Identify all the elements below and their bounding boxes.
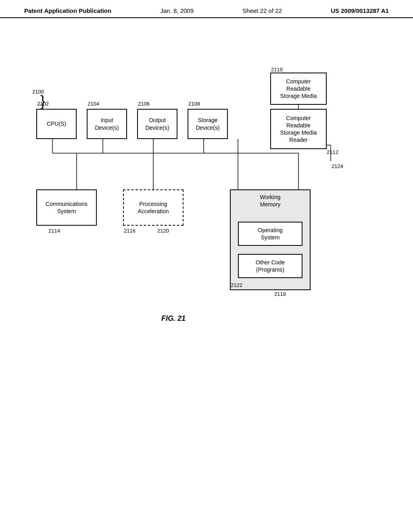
header-date: Jan. 8, 2009 [160, 7, 194, 14]
ref-2120: 2120 [157, 228, 169, 234]
ref-2122: 2122 [231, 282, 242, 288]
ref-2106: 2106 [138, 101, 150, 107]
proc-accel-label: ProcessingAcceleration [138, 200, 169, 215]
os-box: OperatingSystem [238, 222, 302, 246]
input-box: InputDevice(s) [87, 109, 127, 139]
ref-2104: 2104 [88, 101, 99, 107]
header-sheet: Sheet 22 of 22 [242, 7, 282, 14]
ref-2110: 2110 [271, 66, 283, 73]
cpu-label: CPU(S) [47, 120, 66, 127]
input-label: InputDevice(s) [95, 116, 119, 131]
ref-2108: 2108 [188, 101, 200, 107]
crsm-box: ComputerReadableStorage Media [270, 73, 327, 105]
diagram-area: 2100 } CPU(S) 2102 ⌒ InputDevice(s) 2104… [24, 64, 387, 387]
ref-2118: 2118 [274, 291, 286, 297]
proc-accel-box: ProcessingAcceleration [123, 189, 184, 226]
header-patent: US 2009/0013287 A1 [331, 7, 389, 14]
storage-box: StorageDevice(s) [188, 109, 228, 139]
brace-2102: ⌒ [38, 104, 42, 109]
header-left: Patent Application Publication [24, 7, 111, 14]
fig-label: FIG. 21 [161, 314, 186, 323]
ref-2114: 2114 [48, 228, 60, 234]
cpu-box: CPU(S) [36, 109, 77, 139]
other-code-label: Other Code(Programs) [256, 259, 285, 273]
other-code-box: Other Code(Programs) [238, 254, 302, 278]
ref-2124: 2124 [332, 163, 343, 169]
storage-label: StorageDevice(s) [196, 116, 219, 131]
crsm-label: ComputerReadableStorage Media [280, 78, 317, 100]
ref-2112: 2112 [327, 149, 338, 155]
crsm-reader-label: ComputerReadableStorage MediaReader [280, 114, 317, 144]
crsm-reader-box: ComputerReadableStorage MediaReader [270, 109, 327, 149]
page-header: Patent Application Publication Jan. 8, 2… [0, 0, 413, 18]
comm-box: CommunicationsSystem [36, 189, 97, 226]
os-label: OperatingSystem [258, 227, 282, 241]
comm-label: CommunicationsSystem [46, 200, 88, 215]
working-memory-label: WorkingMemory [231, 193, 310, 208]
output-label: OutputDevice(s) [145, 116, 169, 131]
output-box: OutputDevice(s) [137, 109, 177, 139]
ref-2116: 2116 [124, 228, 136, 234]
